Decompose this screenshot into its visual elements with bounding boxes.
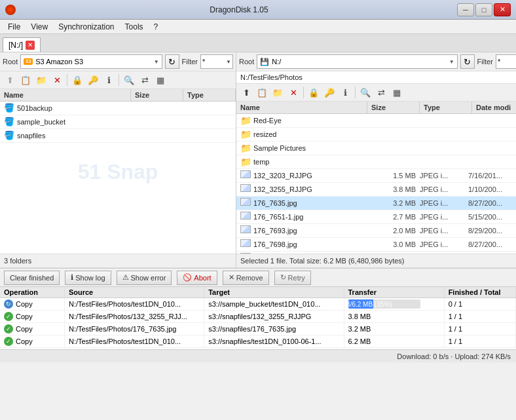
right-panel: Root 💾 N:/ ▼ ↻ Filter * ▼ N:/TestFiles/P… bbox=[236, 52, 516, 268]
tab-bar: [N:/] ✕ bbox=[0, 34, 516, 52]
right-filename-176-7693: 176_7693.jpg bbox=[253, 227, 371, 235]
right-item-red-eye[interactable]: 📁 Red-Eye bbox=[236, 114, 516, 128]
tab-n-drive[interactable]: [N:/] ✕ bbox=[3, 37, 41, 52]
show-log-button[interactable]: ℹ Show log bbox=[65, 271, 111, 285]
right-item-177-7744[interactable]: 177_7744.jpg 1.5 MB JPEG i... 8/27/200..… bbox=[236, 252, 516, 254]
left-new-folder-button[interactable]: 📁 bbox=[34, 73, 48, 87]
right-sync-button[interactable]: ⇄ bbox=[374, 85, 388, 100]
show-error-button[interactable]: ⚠ Show error bbox=[117, 271, 172, 285]
right-col-name[interactable]: Name bbox=[236, 102, 367, 113]
right-file-list-header: Name Size Type Date modi bbox=[236, 102, 516, 114]
remove-button[interactable]: ✕ Remove bbox=[223, 271, 269, 285]
ops-col-operation: Operation bbox=[0, 287, 64, 298]
right-item-132-3255[interactable]: 132_3255_RJJPG 3.8 MB JPEG i... 1/10/200… bbox=[236, 183, 516, 197]
right-grid-button[interactable]: ▦ bbox=[390, 85, 404, 100]
right-size-176-7651: 2.7 MB bbox=[371, 213, 420, 221]
abort-button[interactable]: 🚫 Abort bbox=[177, 271, 217, 285]
clear-finished-button[interactable]: Clear finished bbox=[4, 271, 60, 285]
operation-controls: Clear finished ℹ Show log ⚠ Show error 🚫… bbox=[0, 269, 516, 287]
left-col-type[interactable]: Type bbox=[183, 89, 236, 101]
right-item-temp[interactable]: 📁 temp bbox=[236, 155, 516, 169]
maximize-button[interactable]: □ bbox=[475, 3, 492, 16]
ops-row-1-target: s3://snapfiles/132_3255_RJJPG bbox=[204, 311, 344, 323]
right-size-176-7698: 3.0 MB bbox=[371, 240, 420, 248]
right-file-list[interactable]: Name Size Type Date modi 📁 Red-Eye 📁 res… bbox=[236, 102, 516, 254]
right-size-176-7635: 3.2 MB bbox=[371, 199, 420, 207]
right-filename-132-3255: 132_3255_RJJPG bbox=[253, 185, 371, 193]
right-new-folder-button[interactable]: 📁 bbox=[270, 85, 285, 100]
left-sync-button[interactable]: ⇄ bbox=[138, 73, 152, 87]
left-delete-button[interactable]: ✕ bbox=[50, 73, 64, 87]
right-delete-button[interactable]: ✕ bbox=[286, 85, 301, 100]
right-item-176-7698[interactable]: 176_7698.jpg 3.0 MB JPEG i... 8/27/200..… bbox=[236, 238, 516, 252]
left-toolbar: ⬆ 📋 📁 ✕ 🔒 🔑 ℹ 🔍 ⇄ ▦ bbox=[0, 71, 236, 89]
right-lock-button[interactable]: 🔒 bbox=[306, 85, 321, 100]
ops-row-3[interactable]: ✓ Copy N:/TestFiles/Photos/test1DN_010..… bbox=[0, 335, 516, 348]
left-up-button[interactable]: ⬆ bbox=[3, 73, 17, 87]
left-grid-button[interactable]: ▦ bbox=[153, 73, 168, 87]
ops-row-2-transfer: 3.2 MB bbox=[344, 323, 444, 335]
right-refresh-button[interactable]: ↻ bbox=[460, 54, 475, 69]
right-item-176-7693[interactable]: 176_7693.jpg 2.0 MB JPEG i... 8/29/200..… bbox=[236, 224, 516, 238]
right-col-type[interactable]: Type bbox=[420, 102, 472, 113]
right-root-bar: Root 💾 N:/ ▼ ↻ Filter * ▼ bbox=[236, 52, 516, 71]
image-icon-176-7693 bbox=[240, 225, 251, 236]
s3-icon: S3 bbox=[24, 58, 33, 65]
left-refresh-button[interactable]: ↻ bbox=[165, 54, 179, 69]
right-item-resized[interactable]: 📁 resized bbox=[236, 128, 516, 142]
menu-help[interactable]: ? bbox=[149, 21, 164, 33]
menu-file[interactable]: File bbox=[3, 21, 26, 33]
ops-row-0[interactable]: ↻ Copy N:/TestFiles/Photos/test1DN_010..… bbox=[0, 298, 516, 311]
window-controls: ─ □ ✕ bbox=[457, 3, 511, 16]
menu-view[interactable]: View bbox=[26, 21, 53, 33]
ops-row-0-finished: 0 / 1 bbox=[444, 298, 515, 311]
close-button[interactable]: ✕ bbox=[494, 3, 511, 16]
ops-header-row: Operation Source Target Transfer Finishe… bbox=[0, 287, 516, 298]
retry-icon: ↻ bbox=[280, 273, 286, 282]
left-acl-button[interactable]: 🔑 bbox=[86, 73, 100, 87]
left-file-list[interactable]: 51 Snap Name Size Type 🪣 501backup 🪣 sam… bbox=[0, 89, 236, 254]
retry-button[interactable]: ↻ Retry bbox=[274, 271, 311, 285]
ops-row-1[interactable]: ✓ Copy N:/TestFiles/Photos/132_3255_RJJ.… bbox=[0, 311, 516, 323]
right-path-text: N:/TestFiles/Photos bbox=[240, 73, 303, 81]
right-item-sample-pictures[interactable]: 📁 Sample Pictures bbox=[236, 142, 516, 155]
right-acl-button[interactable]: 🔑 bbox=[322, 85, 337, 100]
ops-row-2[interactable]: ✓ Copy N:/TestFiles/Photos/176_7635.jpg … bbox=[0, 323, 516, 335]
left-copy-button[interactable]: 📋 bbox=[18, 73, 33, 87]
left-search-button[interactable]: 🔍 bbox=[122, 73, 136, 87]
left-item-sample-bucket[interactable]: 🪣 sample_bucket bbox=[0, 115, 236, 129]
right-item-176-7635[interactable]: 176_7635.jpg 3.2 MB JPEG i... 8/27/200..… bbox=[236, 197, 516, 210]
right-up-button[interactable]: ⬆ bbox=[239, 85, 253, 100]
menu-tools[interactable]: Tools bbox=[120, 21, 149, 33]
menu-synchronization[interactable]: Synchronization bbox=[53, 21, 119, 33]
left-item-501backup[interactable]: 🪣 501backup bbox=[0, 102, 236, 115]
right-root-label: Root bbox=[239, 58, 254, 66]
right-item-132-3203[interactable]: 132_3203_RJJPG 1.5 MB JPEG i... 7/16/201… bbox=[236, 169, 516, 183]
right-filter-select[interactable]: * ▼ bbox=[496, 54, 516, 69]
right-copy-button[interactable]: 📋 bbox=[255, 85, 269, 100]
abort-icon: 🚫 bbox=[183, 273, 192, 282]
tab-close-button[interactable]: ✕ bbox=[26, 41, 35, 50]
left-filter-select[interactable]: * ▼ bbox=[200, 54, 233, 69]
left-col-size[interactable]: Size bbox=[131, 89, 183, 101]
right-search-button[interactable]: 🔍 bbox=[358, 85, 373, 100]
image-icon-132-3255 bbox=[240, 184, 251, 195]
left-lock-button[interactable]: 🔒 bbox=[70, 73, 84, 87]
left-info-button[interactable]: ℹ bbox=[101, 73, 116, 87]
folder-icon-sample-pictures: 📁 bbox=[240, 143, 251, 153]
right-info-button[interactable]: ℹ bbox=[338, 85, 352, 100]
minimize-button[interactable]: ─ bbox=[457, 3, 474, 16]
right-item-176-7651[interactable]: 176_7651-1.jpg 2.7 MB JPEG i... 5/15/200… bbox=[236, 210, 516, 224]
progress-fill-0: 2.2 MB/6.2 MB (35%) bbox=[348, 299, 374, 309]
panels-container: Root S3 S3 Amazon S3 ▼ ↻ Filter * ▼ ⬆ 📋 … bbox=[0, 52, 516, 269]
left-col-name[interactable]: Name bbox=[0, 89, 131, 101]
left-root-select[interactable]: S3 S3 Amazon S3 ▼ bbox=[20, 54, 162, 69]
right-type-176-7693: JPEG i... bbox=[420, 227, 468, 235]
right-separator-1 bbox=[303, 86, 304, 98]
right-col-size[interactable]: Size bbox=[367, 102, 420, 113]
right-col-date[interactable]: Date modi bbox=[472, 102, 516, 113]
right-date-132-3255: 1/10/200... bbox=[468, 185, 516, 193]
right-root-select[interactable]: 💾 N:/ ▼ bbox=[257, 54, 457, 69]
left-item-snapfiles[interactable]: 🪣 snapfiles bbox=[0, 129, 236, 143]
progress-bar-0: 2.2 MB/6.2 MB (35%) bbox=[348, 299, 420, 309]
